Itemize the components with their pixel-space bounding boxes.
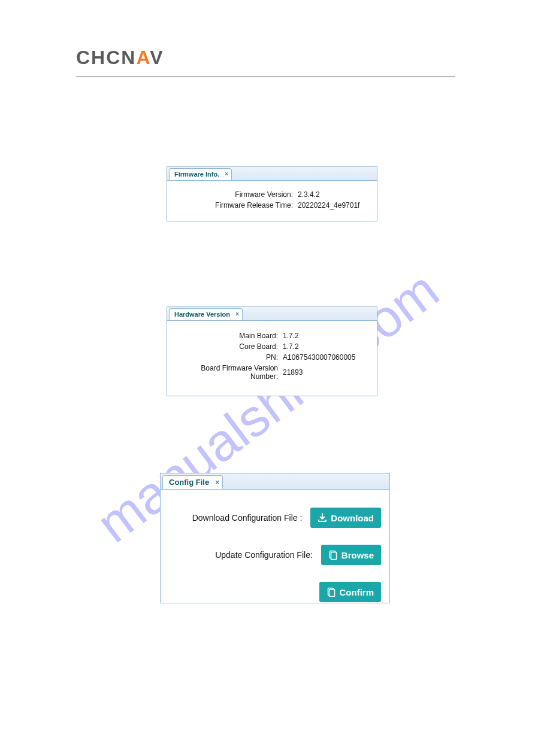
tab-hardware-version[interactable]: Hardware Version × — [169, 308, 243, 320]
hardware-panel-header: Hardware Version × — [167, 307, 377, 321]
file-icon — [327, 587, 336, 597]
firmware-panel-header: Firmware Info. × — [167, 167, 377, 181]
tab-label: Config File — [169, 478, 209, 487]
close-icon[interactable]: × — [215, 479, 219, 486]
field-label: Core Board: — [173, 342, 283, 351]
confirm-row: Confirm — [169, 582, 381, 602]
kv-row: Main Board: 1.7.2 — [173, 332, 371, 340]
download-row: Download Configuration File : Download — [169, 508, 381, 528]
tab-label: Firmware Info. — [174, 171, 219, 178]
download-label: Download Configuration File : — [169, 513, 310, 523]
update-label: Update Configuration File: — [169, 550, 321, 560]
kv-row: PN: A10675430007060005 — [173, 353, 371, 362]
button-label: Download — [331, 513, 374, 523]
button-label: Confirm — [340, 587, 374, 597]
config-file-panel: Config File × Download Configuration Fil… — [160, 473, 390, 603]
close-icon[interactable]: × — [225, 171, 228, 177]
button-label: Browse — [341, 550, 374, 560]
page-root: CHCNAV manualshive.com Firmware Info. × … — [0, 0, 535, 756]
config-panel-header: Config File × — [161, 473, 389, 490]
tab-label: Hardware Version — [174, 311, 230, 318]
hardware-version-panel: Hardware Version × Main Board: 1.7.2 Cor… — [167, 306, 377, 396]
firmware-info-panel: Firmware Info. × Firmware Version: 2.3.4… — [167, 166, 377, 221]
kv-row: Board Firmware Version Number: 21893 — [173, 364, 371, 381]
field-value: A10675430007060005 — [283, 353, 371, 362]
confirm-button[interactable]: Confirm — [319, 582, 382, 602]
field-value: 1.7.2 — [283, 342, 371, 351]
field-value: 2.3.4.2 — [298, 190, 371, 199]
field-label: PN: — [173, 353, 283, 362]
brand-logo: CHCNAV — [76, 47, 164, 69]
field-value: 1.7.2 — [283, 332, 371, 340]
browse-button[interactable]: Browse — [321, 545, 381, 565]
kv-row: Firmware Version: 2.3.4.2 — [173, 190, 371, 199]
field-label: Board Firmware Version Number: — [173, 364, 283, 381]
tab-firmware-info[interactable]: Firmware Info. × — [169, 168, 232, 180]
header-divider — [76, 77, 455, 77]
close-icon[interactable]: × — [235, 311, 239, 317]
tab-config-file[interactable]: Config File × — [162, 475, 223, 489]
kv-row: Firmware Release Time: 20220224_4e9701f — [173, 201, 371, 210]
svg-rect-1 — [331, 552, 336, 560]
download-icon — [318, 513, 327, 523]
firmware-panel-body: Firmware Version: 2.3.4.2 Firmware Relea… — [167, 181, 377, 210]
field-label: Firmware Release Time: — [173, 201, 298, 210]
kv-row: Core Board: 1.7.2 — [173, 342, 371, 351]
download-button[interactable]: Download — [310, 508, 381, 528]
hardware-panel-body: Main Board: 1.7.2 Core Board: 1.7.2 PN: … — [167, 321, 377, 381]
field-value: 21893 — [283, 368, 371, 377]
field-value: 20220224_4e9701f — [298, 201, 371, 210]
config-panel-body: Download Configuration File : Download U… — [161, 490, 389, 602]
field-label: Main Board: — [173, 332, 283, 340]
svg-rect-3 — [329, 590, 334, 597]
update-row: Update Configuration File: Browse — [169, 545, 381, 565]
file-icon — [328, 550, 338, 560]
field-label: Firmware Version: — [173, 190, 298, 199]
